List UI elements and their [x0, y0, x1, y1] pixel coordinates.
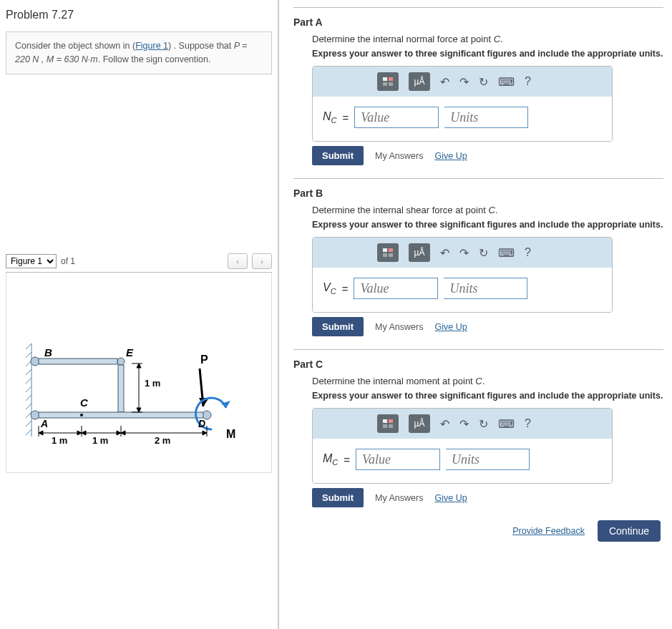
svg-point-12 [31, 357, 39, 366]
reset-icon[interactable]: ↻ [479, 75, 488, 89]
svg-point-13 [31, 411, 39, 419]
figure-next-button[interactable]: › [252, 253, 272, 269]
figure-toolbar: Figure 1 of 1 ‹ › [6, 253, 272, 273]
svg-marker-29 [39, 431, 43, 435]
figure-prev-button[interactable]: ‹ [228, 253, 248, 269]
svg-rect-16 [39, 359, 117, 364]
part-a-title: Part A [293, 16, 663, 28]
part-a-desc: Determine the internal normal force at p… [312, 34, 663, 44]
svg-text:A: A [40, 418, 48, 429]
svg-rect-58 [383, 253, 387, 257]
svg-text:2 m: 2 m [155, 435, 170, 446]
submit-button-a[interactable]: Submit [312, 146, 364, 165]
svg-line-8 [26, 404, 31, 409]
submit-button-b[interactable]: Submit [312, 317, 364, 336]
units-icon[interactable]: µÅ [409, 414, 430, 433]
part-c-title: Part C [293, 359, 663, 370]
part-b: Part B Determine the internal shear forc… [293, 187, 663, 336]
svg-marker-31 [82, 431, 86, 435]
submit-button-c[interactable]: Submit [312, 488, 364, 507]
svg-rect-59 [389, 253, 393, 257]
undo-icon[interactable]: ↶ [440, 246, 449, 260]
redo-icon[interactable]: ↷ [459, 246, 469, 260]
reset-icon[interactable]: ↻ [479, 246, 488, 260]
figure-count: of 1 [61, 256, 75, 266]
svg-marker-39 [137, 408, 141, 412]
redo-icon[interactable]: ↷ [459, 417, 469, 431]
svg-rect-55 [389, 82, 393, 86]
svg-line-11 [26, 429, 31, 435]
figure-link[interactable]: Figure 1 [135, 41, 168, 51]
help-icon[interactable]: ? [525, 417, 531, 430]
my-answers-label: My Answers [375, 151, 423, 161]
keyboard-icon[interactable]: ⌨ [498, 246, 515, 260]
svg-rect-17 [118, 365, 124, 412]
problem-intro: Consider the object shown in (Figure 1) … [6, 31, 272, 74]
svg-line-4 [26, 369, 31, 375]
svg-rect-57 [389, 248, 393, 252]
part-c: Part C Determine the internal moment at … [293, 359, 663, 507]
help-icon[interactable]: ? [525, 246, 531, 259]
svg-line-2 [26, 352, 31, 358]
part-a: Part A Determine the internal normal for… [293, 16, 663, 165]
units-icon[interactable]: µÅ [409, 243, 430, 262]
figure-select[interactable]: Figure 1 [6, 254, 57, 268]
equals-sign: = [344, 454, 350, 466]
my-answers-label: My Answers [375, 493, 423, 503]
part-b-desc: Determine the internal shear force at po… [312, 205, 663, 215]
provide-feedback-link[interactable]: Provide Feedback [512, 526, 585, 536]
svg-marker-33 [121, 431, 125, 435]
value-input-c[interactable] [356, 449, 440, 470]
var-label-b: VC [323, 281, 336, 296]
continue-button[interactable]: Continue [598, 520, 661, 542]
units-input-c[interactable] [446, 449, 530, 470]
svg-line-1 [26, 343, 31, 349]
redo-icon[interactable]: ↷ [459, 75, 469, 89]
part-b-title: Part B [293, 187, 663, 199]
my-answers-label: My Answers [375, 322, 423, 332]
undo-icon[interactable]: ↶ [440, 75, 449, 89]
intro-tail: . Follow the sign convention. [98, 54, 211, 64]
help-icon[interactable]: ? [525, 75, 531, 88]
svg-rect-52 [383, 77, 387, 81]
svg-text:M: M [226, 428, 235, 440]
svg-line-5 [26, 378, 31, 384]
svg-rect-54 [383, 82, 387, 86]
keyboard-icon[interactable]: ⌨ [498, 75, 515, 89]
template-icon[interactable] [377, 72, 399, 91]
value-input-a[interactable] [354, 107, 439, 128]
part-a-instr: Express your answer to three significant… [312, 49, 663, 59]
value-input-b[interactable] [354, 278, 438, 299]
intro-text-post: ) . Suppose that [168, 41, 234, 51]
units-input-b[interactable] [444, 278, 527, 299]
svg-marker-34 [203, 431, 207, 435]
give-up-link-a[interactable]: Give Up [434, 151, 467, 161]
part-c-instr: Express your answer to three significant… [312, 391, 663, 401]
keyboard-icon[interactable]: ⌨ [498, 417, 515, 431]
give-up-link-c[interactable]: Give Up [434, 493, 467, 503]
answer-box-a: µÅ ↶ ↷ ↻ ⌨ ? NC = [312, 66, 613, 142]
svg-line-6 [26, 386, 31, 392]
equals-sign: = [343, 112, 349, 124]
template-icon[interactable] [377, 243, 399, 262]
problem-title: Problem 7.27 [6, 9, 272, 21]
svg-line-7 [26, 395, 31, 401]
answer-box-c: µÅ ↶ ↷ ↻ ⌨ ? MC = [312, 408, 613, 484]
svg-line-10 [26, 421, 31, 426]
reset-icon[interactable]: ↻ [479, 417, 488, 431]
svg-text:1 m: 1 m [52, 435, 67, 446]
svg-rect-63 [389, 424, 393, 428]
template-icon[interactable] [377, 414, 399, 433]
var-label-c: MC [323, 452, 338, 467]
units-icon[interactable]: µÅ [409, 72, 430, 91]
undo-icon[interactable]: ↶ [440, 417, 449, 431]
units-input-a[interactable] [444, 107, 528, 128]
give-up-link-b[interactable]: Give Up [434, 322, 467, 332]
svg-text:1 m: 1 m [92, 435, 108, 446]
part-b-instr: Express your answer to three significant… [312, 220, 663, 230]
svg-point-14 [117, 358, 125, 365]
var-label-a: NC [323, 110, 337, 125]
part-c-desc: Determine the internal moment at point C… [312, 376, 663, 386]
svg-text:E: E [126, 346, 134, 359]
svg-point-51 [80, 414, 83, 416]
